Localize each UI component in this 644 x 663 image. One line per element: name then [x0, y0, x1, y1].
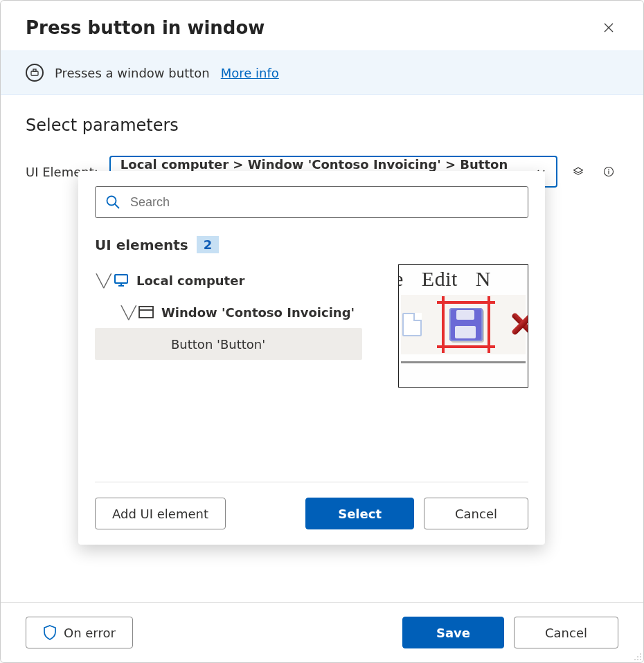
tree-area: ╲╱ Local computer ╲╱ Window 'Contoso Inv… [95, 264, 528, 482]
action-info-icon [26, 64, 44, 82]
add-ui-element-button[interactable]: Add UI element [95, 498, 226, 529]
preview-menu: e Edit N [401, 267, 526, 291]
svg-point-13 [637, 656, 638, 657]
monitor-icon [113, 272, 129, 289]
svg-point-14 [640, 656, 641, 657]
section-title: Select parameters [26, 116, 618, 135]
element-count-badge: 2 [197, 236, 220, 253]
search-box[interactable] [95, 186, 528, 218]
svg-point-3 [608, 169, 609, 170]
save-button[interactable]: Save [402, 617, 504, 648]
on-error-label: On error [64, 626, 116, 640]
tree-label: Button 'Button' [171, 337, 265, 352]
info-banner: Presses a window button More info [1, 51, 643, 95]
popup-subtitle-row: UI elements 2 [95, 236, 528, 253]
preview-toolbar [401, 295, 526, 354]
cancel-button[interactable]: Cancel [514, 617, 618, 648]
svg-point-15 [634, 659, 636, 660]
preview-text-edit: Edit [422, 267, 458, 291]
svg-rect-7 [115, 275, 127, 283]
ui-element-picker-popup: UI elements 2 ╲╱ Local computer ╲╱ Windo… [78, 171, 545, 545]
close-button[interactable] [599, 18, 618, 37]
close-icon [603, 22, 614, 33]
info-icon [603, 164, 614, 179]
chevron-down-icon[interactable]: ╲╱ [121, 305, 131, 320]
tree-label: Local computer [136, 273, 244, 288]
chevron-down-icon[interactable]: ╲╱ [96, 273, 106, 288]
save-icon [449, 308, 483, 341]
info-button[interactable] [599, 162, 618, 181]
svg-rect-4 [608, 171, 609, 174]
resize-grip-icon[interactable] [632, 651, 642, 661]
dialog-header: Press button in window [1, 1, 643, 51]
svg-line-6 [115, 204, 119, 208]
dialog-content: Select parameters UI Element: Local comp… [1, 95, 643, 602]
popup-subtitle: UI elements [95, 237, 188, 253]
svg-rect-0 [31, 71, 38, 75]
preview-text-fragment: N [476, 267, 491, 291]
svg-rect-1 [33, 69, 36, 71]
search-input[interactable] [129, 194, 518, 210]
svg-point-16 [637, 659, 638, 660]
on-error-button[interactable]: On error [26, 617, 133, 648]
svg-point-5 [107, 197, 116, 206]
dialog-footer: On error Save Cancel [1, 602, 643, 662]
tree-label: Window 'Contoso Invoicing' [161, 305, 355, 320]
layers-button[interactable] [569, 162, 588, 181]
layers-icon [573, 164, 584, 179]
preview-highlight-target [436, 295, 497, 354]
banner-text: Presses a window button [55, 66, 210, 80]
svg-point-17 [640, 659, 641, 660]
more-info-link[interactable]: More info [221, 66, 279, 80]
svg-point-12 [640, 653, 641, 655]
popup-cancel-button[interactable]: Cancel [424, 498, 528, 529]
element-preview-thumbnail: e Edit N [398, 264, 528, 388]
shield-icon [43, 625, 57, 640]
popup-footer: Add UI element Select Cancel [95, 482, 528, 529]
search-icon [105, 194, 120, 210]
svg-rect-10 [139, 307, 153, 318]
delete-icon [509, 310, 528, 338]
tree-node-button[interactable]: Button 'Button' [95, 328, 362, 360]
action-dialog: Press button in window Presses a window … [0, 0, 644, 663]
file-icon [402, 313, 422, 336]
preview-text-fragment: e [398, 267, 404, 291]
select-button[interactable]: Select [305, 498, 414, 529]
dialog-title: Press button in window [26, 17, 265, 38]
window-icon [138, 305, 154, 319]
